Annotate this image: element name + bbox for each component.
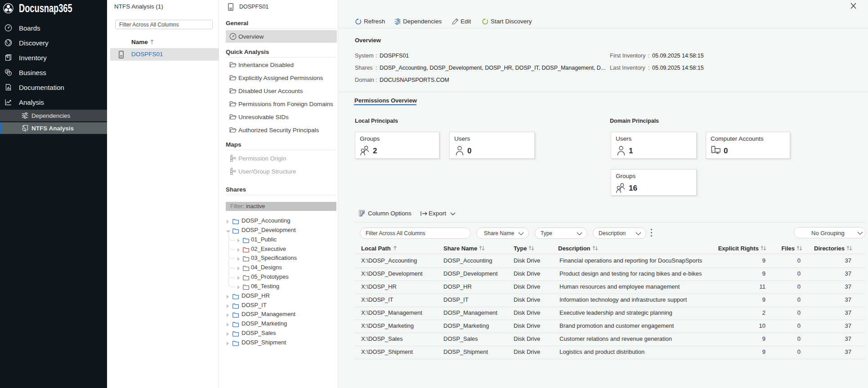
svg-text:€: € bbox=[9, 71, 10, 75]
